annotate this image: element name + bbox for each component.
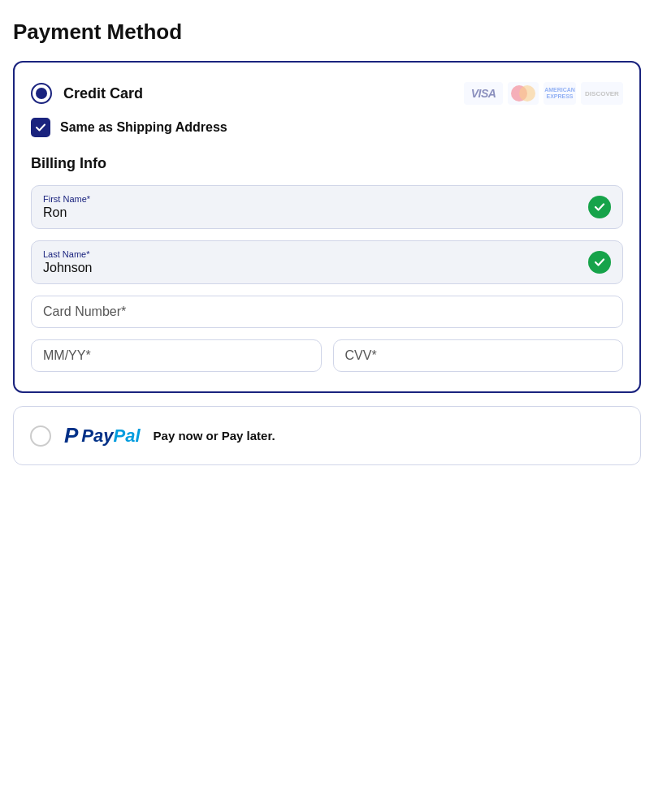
last-name-field[interactable]: Last Name* Johnson	[31, 240, 623, 284]
cvv-placeholder: CVV*	[345, 348, 377, 362]
credit-card-section: Credit Card VISA AMERICANEXPRESS DISCOVE…	[13, 61, 641, 393]
card-logos: VISA AMERICANEXPRESS DISCOVER	[464, 82, 623, 105]
cvv-field[interactable]: CVV*	[333, 339, 624, 372]
paypal-p-icon: P	[64, 423, 78, 448]
paypal-tagline: Pay now or Pay later.	[154, 429, 275, 443]
card-number-field-group: Card Number*	[31, 296, 623, 328]
paypal-brand-text: PayPal	[81, 425, 140, 447]
credit-card-header-left: Credit Card	[31, 83, 143, 104]
credit-card-radio[interactable]	[31, 83, 52, 104]
mastercard-logo	[508, 82, 539, 105]
credit-card-header: Credit Card VISA AMERICANEXPRESS DISCOVE…	[31, 82, 623, 105]
checkmark-icon	[35, 122, 46, 133]
paypal-section: P PayPal Pay now or Pay later.	[13, 406, 641, 465]
billing-info-title: Billing Info	[31, 155, 623, 172]
card-number-field[interactable]: Card Number*	[31, 296, 623, 328]
amex-logo: AMERICANEXPRESS	[544, 82, 576, 105]
paypal-header: P PayPal Pay now or Pay later.	[30, 423, 624, 448]
discover-logo: DISCOVER	[581, 82, 623, 105]
last-name-valid-icon	[588, 251, 611, 274]
visa-logo: VISA	[464, 82, 503, 105]
expiry-cvv-row: MM/YY* CVV*	[31, 339, 623, 372]
last-name-inner: Last Name* Johnson	[43, 249, 580, 275]
card-number-placeholder: Card Number*	[43, 304, 126, 318]
first-name-field-group: First Name* Ron	[31, 185, 623, 229]
paypal-logo: P PayPal	[64, 423, 141, 448]
expiry-inner: MM/YY*	[43, 348, 310, 363]
expiry-placeholder: MM/YY*	[43, 348, 91, 362]
cvv-inner: CVV*	[345, 348, 612, 363]
first-name-inner: First Name* Ron	[43, 194, 580, 220]
same-as-shipping-checkbox[interactable]	[31, 118, 50, 137]
first-name-valid-icon	[588, 196, 611, 218]
page-title: Payment Method	[13, 19, 641, 45]
paypal-radio[interactable]	[30, 425, 51, 447]
first-name-label: First Name*	[43, 194, 580, 204]
last-name-field-group: Last Name* Johnson	[31, 240, 623, 284]
cvv-field-group: CVV*	[333, 339, 624, 372]
last-name-label: Last Name*	[43, 249, 580, 259]
credit-card-label: Credit Card	[63, 85, 143, 102]
last-name-value: Johnson	[43, 261, 93, 274]
first-name-field[interactable]: First Name* Ron	[31, 185, 623, 229]
same-as-shipping-label: Same as Shipping Address	[60, 120, 227, 135]
expiry-field[interactable]: MM/YY*	[31, 339, 322, 372]
same-as-shipping-row: Same as Shipping Address	[31, 118, 623, 137]
first-name-value: Ron	[43, 205, 67, 219]
card-number-inner: Card Number*	[43, 304, 611, 319]
expiry-field-group: MM/YY*	[31, 339, 322, 372]
